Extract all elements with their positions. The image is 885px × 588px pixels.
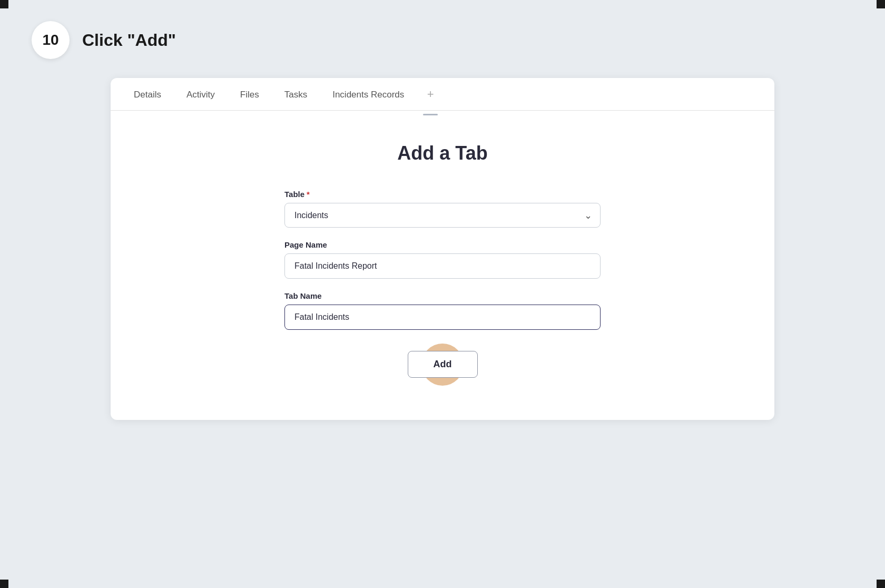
- add-tab-button[interactable]: +: [421, 85, 440, 104]
- tab-files[interactable]: Files: [228, 78, 272, 111]
- tab-activity[interactable]: Activity: [174, 78, 228, 111]
- plus-icon: +: [427, 87, 434, 101]
- page-name-input[interactable]: [284, 253, 601, 279]
- tab-name-field-group: Tab Name: [284, 291, 601, 330]
- main-card: Details Activity Files Tasks Incidents R…: [111, 78, 774, 420]
- tab-details[interactable]: Details: [130, 78, 174, 111]
- form-area: Add a Tab Table * Incidents ⌄ Page Name: [111, 111, 774, 420]
- corner-mark-br: [877, 580, 885, 588]
- corner-mark-bl: [0, 580, 8, 588]
- tab-name-input[interactable]: [284, 305, 601, 330]
- add-button-wrapper: Add: [408, 351, 478, 378]
- required-star: *: [307, 190, 310, 199]
- page-wrapper: 10 Click "Add" Details Activity Files Ta…: [0, 0, 885, 441]
- tab-incidents-records[interactable]: Incidents Records: [320, 78, 417, 111]
- form-title: Add a Tab: [397, 142, 487, 164]
- step-number: 10: [42, 32, 58, 48]
- step-badge: 10: [32, 21, 70, 59]
- corner-mark-tl: [0, 0, 8, 8]
- step-instruction: Click "Add": [82, 31, 176, 50]
- table-select-wrapper: Incidents ⌄: [284, 203, 601, 228]
- tab-tasks[interactable]: Tasks: [272, 78, 320, 111]
- tab-name-label: Tab Name: [284, 291, 601, 300]
- corner-mark-tr: [877, 0, 885, 8]
- step-header: 10 Click "Add": [32, 21, 853, 59]
- table-select[interactable]: Incidents: [284, 203, 601, 228]
- add-button[interactable]: Add: [408, 351, 478, 378]
- table-label: Table *: [284, 190, 601, 199]
- page-name-field-group: Page Name: [284, 240, 601, 279]
- page-name-label: Page Name: [284, 240, 601, 249]
- table-field-group: Table * Incidents ⌄: [284, 190, 601, 228]
- tabs-bar: Details Activity Files Tasks Incidents R…: [111, 78, 774, 111]
